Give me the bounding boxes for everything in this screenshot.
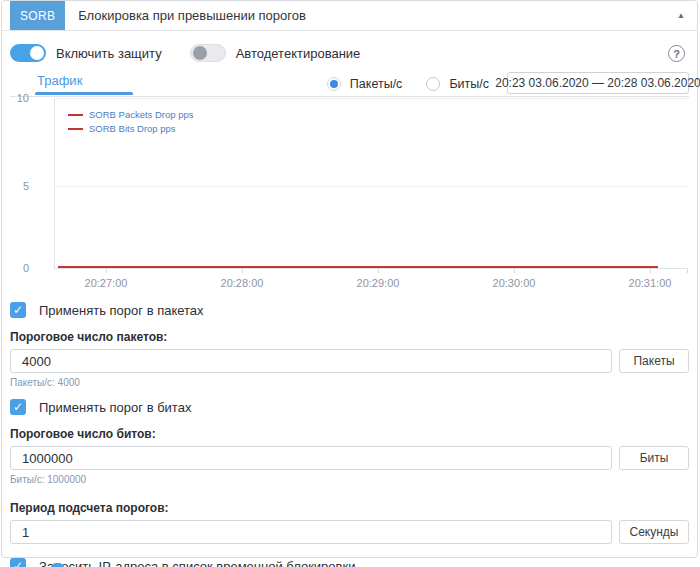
packet-threshold-label: Пороговое число пакетов: [10,330,689,344]
radio-packets-per-sec[interactable]: Пакеты/с [327,77,403,91]
x-tick-label: 20:31:00 [615,277,685,289]
x-tick [378,269,379,273]
sorb-tab[interactable]: SORB [10,1,65,31]
gridline [54,186,688,187]
checkbox-label: Применять порог в битах [39,400,191,415]
x-tick-label: 20:28:00 [207,277,277,289]
panel-title: Блокировка при превышении порогов [78,8,306,23]
legend-item-packets-drop[interactable]: SORB Packets Drop pps [68,109,194,120]
legend-line-mark [68,114,83,116]
y-tick-label: 10 [0,92,29,104]
series-line-drop-pps [58,266,658,268]
x-tick-label: 20:29:00 [343,277,413,289]
period-input[interactable] [10,520,612,544]
traffic-chart: 10 5 0 SORB Packets Drop pps SORB Bits D… [10,97,689,291]
bit-threshold-label: Пороговое число битов: [10,427,689,441]
toggle-knob [193,46,207,60]
date-range-input[interactable]: 20:23 03.06.2020 — 20:28 03.06.2020 [507,72,689,94]
tab-traffic[interactable]: Трафик [37,73,82,94]
bit-threshold-group: Биты [10,446,689,470]
y-tick-label: 5 [0,180,29,192]
sorb-blocking-panel: SORB Блокировка при превышении порогов ▲… [1,0,698,558]
gridline [54,98,688,99]
legend-item-bits-drop[interactable]: SORB Bits Drop pps [68,123,194,134]
radio-bits-per-sec[interactable]: Биты/с [426,77,489,91]
legend-label: SORB Bits Drop pps [89,123,176,134]
checkbox-checked-icon: ✓ [10,558,26,567]
unit-radio-group: Пакеты/с Биты/с [327,77,489,91]
next-section-toggle-peek [51,563,64,567]
radio-label: Биты/с [449,77,489,91]
bit-threshold-helper: Биты/с: 1000000 [10,474,689,485]
help-icon[interactable]: ? [668,45,685,62]
protection-toggle-label: Включить защиту [56,46,162,61]
x-tick [650,269,651,273]
bit-threshold-unit: Биты [619,446,689,470]
period-label: Период подсчета порогов: [10,501,689,515]
protection-toggle[interactable] [10,44,46,62]
radio-icon [327,77,341,91]
x-tick-label: 20:27:00 [71,277,141,289]
toggle-knob [30,46,44,60]
packet-threshold-helper: Пакеты/с: 4000 [10,377,689,388]
checkbox-add-ip-to-blocklist[interactable]: ✓ Заносить IP-адреса в список временной … [10,558,689,567]
x-axis-line [54,268,688,269]
radio-label: Пакеты/с [350,77,403,91]
toggles-row: Включить защиту Автодетектирование ? [10,37,689,69]
legend-line-mark [68,128,83,130]
panel-header: SORB Блокировка при превышении порогов ▲ [2,1,697,31]
autodetect-toggle-label: Автодетектирование [236,46,361,61]
legend-label: SORB Packets Drop pps [89,109,194,120]
tab-traffic-label: Трафик [37,73,82,88]
packet-threshold-unit: Пакеты [619,349,689,373]
controls-row: Трафик Пакеты/с Биты/с 20:23 03.06.2020 … [10,71,689,97]
radio-icon [426,77,440,91]
checkbox-apply-packet-threshold[interactable]: ✓ Применять порог в пакетах [10,302,689,318]
packet-threshold-input[interactable] [10,349,612,373]
packet-threshold-group: Пакеты [10,349,689,373]
y-tick-label: 0 [0,262,29,274]
collapse-arrow-icon[interactable]: ▲ [677,11,685,20]
x-tick [106,269,107,273]
checkbox-checked-icon: ✓ [10,302,26,318]
x-tick [687,269,688,273]
x-tick [242,269,243,273]
x-tick-label: 20:30:00 [479,277,549,289]
chart-legend: SORB Packets Drop pps SORB Bits Drop pps [68,109,194,137]
x-tick [514,269,515,273]
tab-active-underline [35,92,133,95]
checkbox-apply-bit-threshold[interactable]: ✓ Применять порог в битах [10,399,689,415]
autodetect-toggle[interactable] [190,44,226,62]
checkbox-label: Заносить IP-адреса в список временной бл… [39,559,355,567]
checkbox-checked-icon: ✓ [10,399,26,415]
period-group: Секунды [10,520,689,544]
checkbox-label: Применять порог в пакетах [39,303,204,318]
period-unit: Секунды [619,520,689,544]
bit-threshold-input[interactable] [10,446,612,470]
y-axis-line [54,99,55,269]
threshold-form: ✓ Применять порог в пакетах Пороговое чи… [10,302,689,567]
